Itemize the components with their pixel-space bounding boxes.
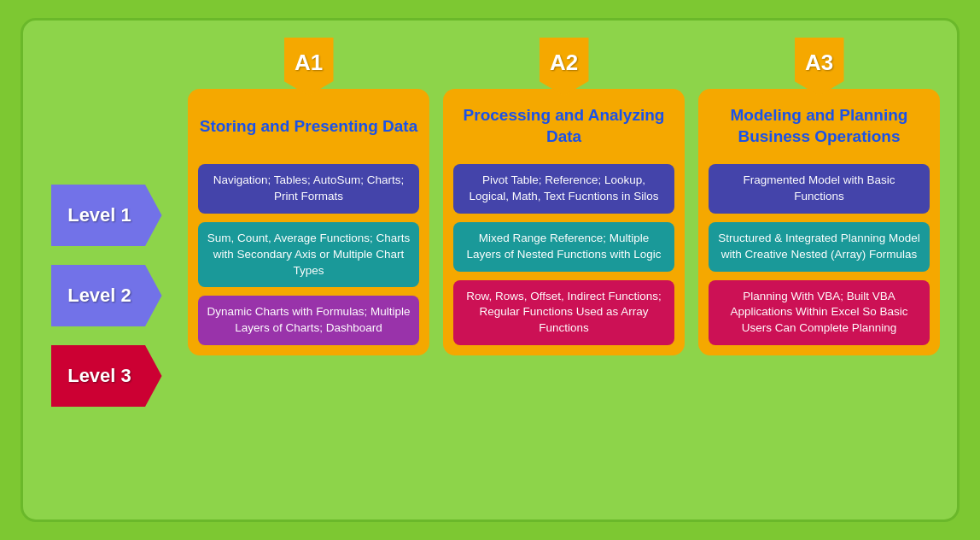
levels-column: Level 1 Level 2 Level 3 [40, 185, 172, 407]
level1-arrow: Level 1 [40, 185, 172, 246]
cell-a2-level2: Mixed Range Reference; Multiple Layers o… [453, 222, 674, 272]
badge-a3-label: A3 [805, 50, 833, 85]
column-a3: A3 Modeling and Planning Business Operat… [698, 38, 940, 355]
cell-a3-level1: Fragmented Model with Basic Functions [709, 164, 930, 214]
badge-a1: A1 [284, 38, 334, 96]
badge-a3: A3 [795, 38, 844, 96]
main-layout: Level 1 Level 2 Level 3 A1 [40, 29, 940, 511]
level1-label: Level 1 [67, 204, 145, 226]
cell-a3-level3: Planning With VBA; Built VBA Application… [709, 280, 930, 346]
column-card-a3: Modeling and Planning Business Operation… [698, 89, 940, 355]
level3-body: Level 3 [51, 345, 162, 407]
column-a1: A1 Storing and Presenting Data Navigatio… [188, 38, 429, 355]
cell-a1-level1: Navigation; Tables; AutoSum; Charts; Pri… [198, 164, 419, 214]
cell-a1-level3: Dynamic Charts with Formulas; Multiple L… [198, 296, 419, 345]
column-title-a2: Processing and Analyzing Data [453, 101, 674, 152]
columns-area: A1 Storing and Presenting Data Navigatio… [188, 29, 940, 511]
cell-a3-level2: Structured & Integrated Planning Model w… [709, 222, 930, 272]
badge-a2: A2 [540, 38, 589, 96]
level3-arrow: Level 3 [40, 345, 172, 407]
cell-a1-level2: Sum, Count, Average Functions; Charts wi… [198, 222, 419, 288]
outer-container: Level 1 Level 2 Level 3 A1 [20, 18, 960, 522]
column-a2: A2 Processing and Analyzing Data Pivot T… [443, 38, 685, 355]
level1-body: Level 1 [51, 185, 162, 246]
badge-a1-label: A1 [295, 50, 323, 85]
level2-body: Level 2 [51, 265, 162, 326]
column-card-a1: Storing and Presenting Data Navigation; … [188, 89, 429, 355]
cell-a2-level1: Pivot Table; Reference; Lookup, Logical,… [453, 164, 674, 214]
level3-label: Level 3 [67, 365, 145, 387]
column-card-a2: Processing and Analyzing Data Pivot Tabl… [443, 89, 685, 355]
cell-a2-level3: Row, Rows, Offset, Indirect Functions; R… [453, 280, 674, 346]
level2-label: Level 2 [67, 285, 145, 307]
column-title-a1: Storing and Presenting Data [200, 101, 417, 152]
column-title-a3: Modeling and Planning Business Operation… [709, 101, 930, 152]
badge-a2-label: A2 [550, 50, 578, 85]
level2-arrow: Level 2 [40, 265, 172, 326]
